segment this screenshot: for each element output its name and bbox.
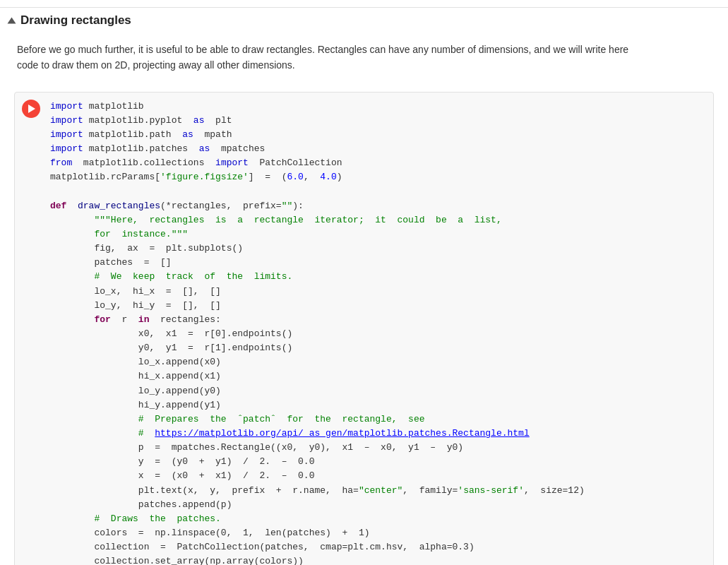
- description-line1: Before we go much further, it is useful …: [17, 44, 628, 55]
- run-button[interactable]: [22, 100, 40, 118]
- description-line2: code to draw them on 2D, projecting away…: [17, 59, 295, 71]
- section-header[interactable]: Drawing rectangles: [0, 7, 728, 33]
- collapse-icon: [8, 18, 16, 24]
- code-content: import matplotlib import matplotlib.pypl…: [15, 93, 713, 565]
- page-container: Drawing rectangles Before we go much fur…: [0, 0, 728, 565]
- section-title: Drawing rectangles: [20, 13, 131, 28]
- code-cell: import matplotlib import matplotlib.pypl…: [14, 92, 714, 565]
- section-description: Before we go much further, it is useful …: [0, 33, 728, 85]
